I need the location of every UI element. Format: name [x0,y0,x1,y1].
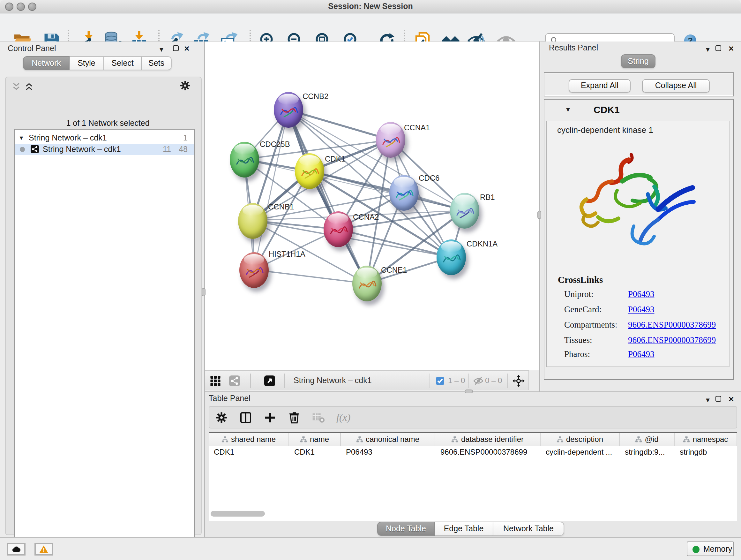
column-header-label: shared name [231,435,276,444]
column-header--id[interactable]: @id [620,433,675,446]
tab-select[interactable]: Select [104,56,142,70]
node-label-cdkn1a: CDKN1A [467,240,497,248]
gear-icon[interactable] [179,80,191,91]
expand-all-networks-icon[interactable] [24,82,34,91]
crosslink-link[interactable]: 9606.ENSP00000378699 [628,320,716,329]
pan-crosshair-icon[interactable] [513,375,525,387]
column-header-namespac[interactable]: namespac [675,433,737,446]
table-cell[interactable]: CDK1 [209,446,289,458]
column-header-canonical-name[interactable]: canonical name [341,433,435,446]
string-network-icon [30,145,39,153]
crosslink-link[interactable]: 9606.ENSP00000378699 [628,335,716,345]
network-collection-count: 1 [183,132,188,144]
network-row-selected[interactable]: String Network – cdk1 11 48 [15,144,194,155]
expand-all-button[interactable]: Expand All [569,79,630,92]
network-edge[interactable] [254,110,288,270]
network-edge[interactable] [288,110,391,140]
network-node-ccna1[interactable] [376,122,405,158]
network-node-hist1h1a[interactable] [239,252,269,288]
collapse-all-networks-icon[interactable] [11,82,21,91]
float-panel-icon[interactable] [716,45,721,51]
function-builder-icon[interactable]: f(x) [336,412,350,423]
cloud-button[interactable] [7,543,25,556]
node-label-ccna1: CCNA1 [404,123,430,132]
tab-sets[interactable]: Sets [142,56,172,70]
tab-node-table[interactable]: Node Table [377,522,434,536]
network-row-label: String Network – cdk1 [43,144,121,155]
table-cell[interactable]: CDK1 [289,446,341,458]
table-row[interactable]: CDK1CDK1P064939606.ENSP00000378699cyclin… [209,446,737,458]
control-panel-title: Control Panel [8,44,56,53]
tab-network-table[interactable]: Network Table [493,522,564,536]
toolbar-separator [429,374,430,388]
splitter-handle[interactable] [537,211,541,219]
network-view-canvas[interactable]: CCNB2CCNA1CDC25BCDK1CDC6RB1CCNB1CCNA2CDK… [205,42,539,370]
network-node-cdkn1a[interactable] [436,239,466,275]
collapse-panel-icon[interactable]: ▼ [704,397,711,403]
table-panel: Table Panel ▼ ✕ [205,392,741,537]
network-node-ccna2[interactable] [324,211,353,247]
table-cell[interactable]: P06493 [341,446,435,458]
close-panel-icon[interactable]: ✕ [728,45,734,52]
close-panel-icon[interactable]: ✕ [184,45,190,52]
splitter-handle[interactable] [465,389,473,393]
tab-style[interactable]: Style [70,56,104,70]
gear-icon[interactable] [215,411,228,424]
network-node-ccne1[interactable] [352,266,381,301]
horizontal-splitter[interactable] [205,391,741,392]
collapse-panel-icon[interactable]: ▼ [158,47,165,53]
string-style-icon[interactable] [229,375,240,386]
float-panel-icon[interactable] [173,45,179,51]
eye-hidden-icon[interactable] [473,375,484,386]
memory-button[interactable]: Memory [687,542,734,556]
warning-button[interactable] [35,543,53,556]
horizontal-scrollbar[interactable] [211,511,265,516]
column-header-database-identifier[interactable]: database identifier [435,433,541,446]
results-entry-box: ▼ CDK1 cyclin-dependent kinase 1 [544,99,734,380]
column-header-description[interactable]: description [541,433,620,446]
node-table[interactable]: shared namenamecanonical namedatabase id… [209,432,737,521]
tab-edge-table[interactable]: Edge Table [434,522,493,536]
column-header-name[interactable]: name [289,433,341,446]
toolbar-separator [284,374,285,388]
add-column-icon[interactable] [264,411,276,424]
table-cell[interactable]: 9606.ENSP00000378699 [435,446,541,458]
delete-icon[interactable] [288,411,300,424]
network-node-cdc6[interactable] [389,175,418,211]
open-in-new-icon[interactable] [264,375,275,386]
table-cell[interactable]: stringdb:9... [620,446,675,458]
split-columns-icon[interactable] [239,411,252,424]
collapse-entry-icon[interactable]: ▼ [565,106,571,113]
crosslink-link[interactable]: P06493 [628,305,655,314]
birdseye-grid-icon[interactable] [210,375,221,386]
network-node-ccnb2[interactable] [273,92,303,128]
clear-table-icon[interactable] [312,411,325,424]
results-scrollbar[interactable] [729,121,733,367]
selected-checkbox-icon[interactable] [436,377,444,385]
splitter-handle[interactable] [202,288,205,296]
collapse-all-button[interactable]: Collapse All [642,79,710,92]
network-node-cdc25b[interactable] [229,141,259,177]
tab-network[interactable]: Network [23,56,70,70]
network-edge[interactable] [254,270,367,284]
results-entry-header[interactable]: ▼ CDK1 [544,100,733,121]
close-panel-icon[interactable]: ✕ [728,396,734,402]
tab-string[interactable]: String [621,54,656,68]
crosslink-link[interactable]: P06493 [628,349,655,359]
collapse-panel-icon[interactable]: ▼ [704,47,711,53]
table-tabs: Node TableEdge TableNetwork Table [377,522,564,536]
network-node-rb1[interactable] [450,192,479,228]
protein-thumbnail-icon [454,202,475,223]
network-node-ccnb1[interactable] [238,203,267,239]
node-label-ccnb2: CCNB2 [302,92,328,101]
crosslink-link[interactable]: P06493 [628,289,655,299]
column-header-shared-name[interactable]: shared name [209,433,289,446]
network-node-cdk1[interactable] [295,153,324,189]
table-cell[interactable]: cyclin-dependent ... [541,446,620,458]
network-edge[interactable] [310,171,464,210]
tree-expand-icon[interactable]: ▼ [18,132,24,144]
network-collection-row[interactable]: ▼ String Network – cdk1 1 [15,132,194,144]
float-panel-icon[interactable] [716,396,721,401]
table-header-row: shared namenamecanonical namedatabase id… [209,433,737,446]
table-cell[interactable]: stringdb [675,446,737,458]
